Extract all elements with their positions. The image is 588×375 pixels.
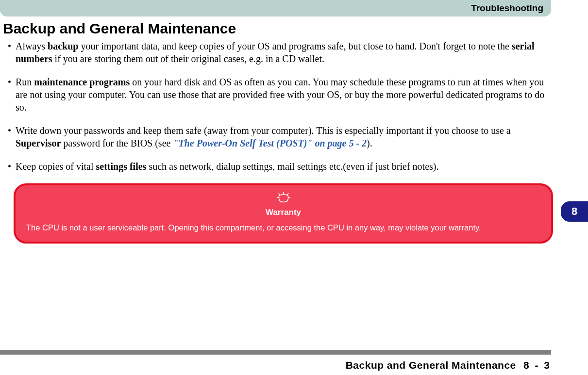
bullet-item: • Keep copies of vital settings files su… xyxy=(3,160,551,173)
content-area: • Always backup your important data, and… xyxy=(0,40,588,173)
bullet-text: Keep copies of vital settings files such… xyxy=(16,160,551,173)
cross-reference-link[interactable]: "The Power-On Self Test (POST)" on page … xyxy=(173,138,367,148)
header-section-label: Troubleshooting xyxy=(471,3,543,13)
warning-callout: Warranty The CPU is not a user serviceab… xyxy=(14,183,553,244)
svg-line-1 xyxy=(279,194,280,195)
footer-page: 8 - 3 xyxy=(519,359,551,371)
bullet-item: • Always backup your important data, and… xyxy=(3,40,551,65)
callout-body: The CPU is not a user serviceable part. … xyxy=(26,222,540,233)
footer-divider xyxy=(0,350,551,355)
bullet-marker: • xyxy=(3,76,16,114)
footer: Backup and General Maintenance 8 - 3 xyxy=(346,359,551,371)
bullet-text: Write down your passwords and keep them … xyxy=(16,124,551,149)
bullet-text: Always backup your important data, and k… xyxy=(16,40,551,65)
bullet-text: Run maintenance programs on your hard di… xyxy=(16,76,551,114)
warning-icon xyxy=(26,192,540,205)
bullet-marker: • xyxy=(3,160,16,173)
svg-line-2 xyxy=(287,194,288,195)
chapter-number: 8 xyxy=(571,205,577,218)
bullet-item: • Write down your passwords and keep the… xyxy=(3,124,551,149)
footer-title: Backup and General Maintenance xyxy=(346,359,516,371)
bullet-item: • Run maintenance programs on your hard … xyxy=(3,76,551,114)
bullet-marker: • xyxy=(3,124,16,149)
page-title: Backup and General Maintenance xyxy=(3,20,588,37)
callout-title: Warranty xyxy=(26,208,540,217)
header-bar: Troubleshooting xyxy=(0,0,551,16)
bullet-marker: • xyxy=(3,40,16,65)
chapter-tab: 8 xyxy=(561,201,588,222)
